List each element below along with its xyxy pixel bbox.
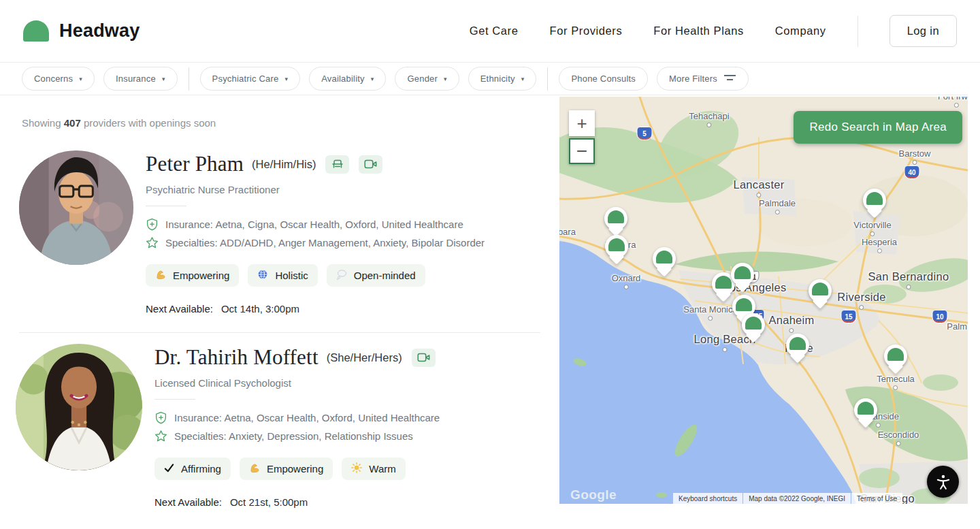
chevron-down-icon: ▾ [444, 76, 447, 82]
zoom-out-button[interactable]: − [569, 138, 595, 164]
specialties-row: Specialties: Anxiety, Depression, Relati… [154, 430, 440, 443]
provider-card: Dr. Tahirih Moffett (She/Her/Hers) Licen… [0, 336, 559, 508]
star-icon [154, 430, 167, 443]
chevron-down-icon: ▾ [79, 76, 82, 82]
nav-get-care[interactable]: Get Care [470, 25, 519, 37]
chevron-down-icon: ▾ [284, 76, 288, 82]
globe-icon [257, 269, 268, 282]
provider-avatar[interactable] [16, 344, 142, 470]
specialties-text: Specialties: ADD/ADHD, Anger Management,… [165, 237, 485, 249]
provider-map-pin[interactable] [884, 344, 907, 368]
divider [146, 206, 186, 206]
nav-for-providers[interactable]: For Providers [549, 25, 622, 37]
provider-name[interactable]: Dr. Tahirih Moffett [154, 345, 318, 370]
filter-psychiatric-care[interactable]: Psychiatric Care ▾ [200, 67, 301, 91]
map-city-label: Palm Springs [947, 321, 968, 332]
terms-of-use-link[interactable]: Terms of Use [851, 493, 902, 504]
personality-badges: Affirming Empowering Warm [154, 458, 440, 480]
results-count: 407 [64, 117, 81, 129]
map-data-attribution: Map data ©2022 Google, INEGI [743, 493, 851, 504]
specialties-row: Specialties: ADD/ADHD, Anger Management,… [146, 236, 485, 249]
provider-card-content: Dr. Tahirih Moffett (She/Her/Hers) Licen… [154, 344, 440, 508]
badge: Open-minded [327, 264, 425, 287]
map-zoom-controls: + − [569, 110, 595, 164]
divider [154, 399, 195, 400]
filter-phone-consults[interactable]: Phone Consults [559, 67, 648, 91]
map-city-label: Santa Barbara [559, 227, 576, 237]
badge: Warm [342, 458, 405, 480]
chevron-down-icon: ▾ [521, 76, 525, 82]
scroll-gutter [968, 63, 980, 529]
filter-more-filters[interactable]: More Filters [657, 67, 749, 91]
in-person-session-icon [325, 155, 349, 174]
nav-divider [858, 16, 858, 47]
google-map[interactable]: Fort IrwinTehachapiBarstowLancasterPalmd… [559, 97, 968, 504]
sliders-icon [723, 74, 736, 84]
primary-nav: Get Care For Providers For Health Plans … [470, 15, 957, 47]
provider-map-pin[interactable] [604, 207, 627, 230]
provider-map-pin[interactable] [863, 189, 886, 212]
interstate-shield-icon: 40 [904, 165, 920, 179]
nav-company[interactable]: Company [775, 25, 826, 37]
filter-availability[interactable]: Availability ▾ [309, 67, 386, 91]
accessibility-icon [934, 473, 952, 491]
provider-card-content: Peter Pham (He/Him/His) [146, 150, 485, 315]
login-button[interactable]: Log in [889, 15, 957, 47]
next-available: Next Available:Oct 14th, 3:00pm [146, 303, 485, 315]
interstate-shield-icon: 10 [932, 310, 948, 323]
map-city-label: Lancaster [733, 178, 784, 197]
map-city-label: Santa Monica [683, 304, 738, 321]
provider-map-pin[interactable] [808, 279, 832, 302]
provider-pronouns: (She/Her/Hers) [327, 351, 402, 364]
filter-insurance[interactable]: Insurance ▾ [103, 67, 178, 91]
flex-arm-icon [249, 462, 260, 475]
provider-card: Peter Pham (He/Him/His) [0, 142, 559, 315]
chevron-down-icon: ▾ [162, 76, 165, 82]
redo-search-button[interactable]: Redo Search in Map Area [794, 111, 962, 144]
filter-group-divider [189, 67, 189, 91]
provider-map-pin[interactable] [786, 334, 809, 357]
map-city-label: Tehachapi [689, 111, 729, 127]
provider-results-list: Showing 407 providers with openings soon [0, 95, 559, 529]
keyboard-shortcuts-link[interactable]: Keyboard shortcuts [673, 493, 742, 504]
star-icon [146, 236, 159, 249]
provider-map-pin[interactable] [742, 313, 765, 336]
interstate-shield-icon: 15 [841, 310, 857, 323]
provider-map-pin[interactable] [605, 235, 628, 258]
headway-provider-search-page: Headway Get Care For Providers For Healt… [0, 0, 980, 529]
provider-name[interactable]: Peter Pham [146, 152, 244, 176]
map-city-label: Victorville [853, 220, 891, 236]
chevron-down-icon: ▾ [371, 76, 374, 82]
shield-plus-icon [146, 218, 159, 231]
header: Headway Get Care For Providers For Healt… [0, 0, 980, 63]
map-city-label: Riverside [837, 291, 885, 310]
specialties-text: Specialties: Anxiety, Depression, Relati… [174, 430, 413, 442]
personality-badges: Empowering Holistic Open-minded [146, 264, 485, 287]
flex-arm-icon [155, 269, 166, 282]
provider-avatar[interactable] [19, 150, 133, 265]
provider-map-pin[interactable] [653, 247, 676, 270]
filter-gender[interactable]: Gender ▾ [395, 67, 459, 91]
provider-map-pin[interactable] [854, 398, 877, 421]
filter-ethnicity[interactable]: Ethnicity ▾ [468, 67, 537, 91]
zoom-in-button[interactable]: + [569, 110, 595, 136]
provider-pronouns: (He/Him/His) [252, 158, 316, 171]
provider-map-pin[interactable] [731, 263, 754, 286]
map-city-label: Escondido [878, 430, 919, 446]
filter-concerns[interactable]: Concerns ▾ [22, 67, 95, 91]
headway-logo[interactable]: Headway [23, 20, 140, 42]
filter-bar: Concerns ▾ Insurance ▾ Psychiatric Care … [0, 63, 980, 95]
headway-dome-icon [23, 20, 49, 42]
accessibility-widget-button[interactable] [927, 466, 959, 498]
nav-for-health-plans[interactable]: For Health Plans [653, 25, 744, 37]
insurance-row: Insurance: Aetna, Oscar Health, Oxford, … [154, 411, 440, 424]
provider-title: Licensed Clinical Psychologist [154, 377, 440, 389]
provider-title: Psychiatric Nurse Practitioner [146, 184, 485, 195]
video-session-icon [359, 155, 382, 174]
map-city-label: San Bernardino [868, 270, 949, 289]
next-available: Next Available:Oct 21st, 5:00pm [154, 496, 440, 508]
map-city-label: Fort Irwin [938, 97, 968, 108]
video-session-icon [412, 349, 436, 367]
map-city-label: Hesperia [862, 237, 897, 253]
map-city-label: Palmdale [759, 198, 796, 214]
